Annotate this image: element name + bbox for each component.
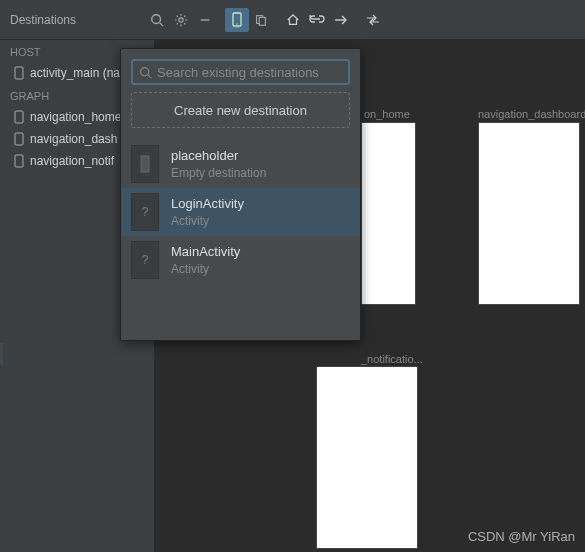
destination-preview[interactable] (361, 122, 416, 305)
tree-item-label: navigation_home (30, 110, 121, 124)
destination-popup: Create new destination placeholder Empty… (120, 48, 361, 341)
result-item[interactable]: ? LoginActivity Activity (121, 188, 360, 236)
svg-line-15 (148, 74, 151, 77)
result-title: MainActivity (171, 243, 240, 261)
svg-rect-13 (15, 155, 23, 167)
result-title: LoginActivity (171, 195, 244, 213)
phone-icon (14, 110, 24, 124)
toolbar-icon-group (145, 8, 385, 32)
tree-item-label: navigation_dash (30, 132, 117, 146)
activity-thumb: ? (131, 193, 159, 231)
phone-icon (14, 132, 24, 146)
gear-icon[interactable] (169, 8, 193, 32)
destination-label: on_home (364, 108, 410, 120)
result-subtitle: Activity (171, 213, 244, 230)
main-toolbar: Destinations (0, 0, 585, 40)
arrow-icon[interactable] (329, 8, 353, 32)
search-icon (139, 66, 152, 79)
popup-spacer (121, 284, 360, 340)
result-item[interactable]: placeholder Empty destination (121, 140, 360, 188)
link-icon[interactable] (305, 8, 329, 32)
search-box[interactable] (131, 59, 350, 85)
search-input[interactable] (157, 65, 342, 80)
tree-item-label: navigation_notif (30, 154, 114, 168)
destination-label: _notificatio... (361, 353, 423, 365)
svg-rect-8 (259, 17, 265, 25)
search-wrapper (121, 49, 360, 92)
svg-point-5 (236, 23, 238, 25)
create-destination-button[interactable]: Create new destination (131, 92, 350, 128)
tree-item-label: activity_main (na (30, 66, 120, 80)
left-accent (0, 343, 3, 365)
create-label: Create new destination (174, 103, 307, 118)
svg-rect-10 (15, 67, 23, 79)
svg-point-2 (179, 17, 183, 21)
result-texts: LoginActivity Activity (171, 195, 244, 230)
destination-preview[interactable] (478, 122, 580, 305)
placeholder-thumb (131, 145, 159, 183)
result-subtitle: Empty destination (171, 165, 266, 182)
svg-line-1 (160, 22, 164, 26)
svg-rect-11 (15, 111, 23, 123)
destination-label: navigation_dashboard (478, 108, 585, 120)
phone-icon (14, 154, 24, 168)
home-icon[interactable] (281, 8, 305, 32)
device-icon[interactable] (225, 8, 249, 32)
panel-title: Destinations (0, 13, 145, 27)
file-icon (14, 66, 24, 80)
search-icon[interactable] (145, 8, 169, 32)
activity-thumb: ? (131, 241, 159, 279)
minimize-icon[interactable] (193, 8, 217, 32)
destination-preview[interactable] (316, 366, 418, 549)
result-texts: MainActivity Activity (171, 243, 240, 278)
result-item[interactable]: ? MainActivity Activity (121, 236, 360, 284)
swap-icon[interactable] (361, 8, 385, 32)
result-title: placeholder (171, 147, 266, 165)
svg-rect-16 (141, 156, 149, 172)
result-subtitle: Activity (171, 261, 240, 278)
svg-rect-12 (15, 133, 23, 145)
copy-icon[interactable] (249, 8, 273, 32)
result-texts: placeholder Empty destination (171, 147, 266, 182)
svg-point-14 (141, 67, 149, 75)
svg-point-0 (152, 14, 161, 23)
